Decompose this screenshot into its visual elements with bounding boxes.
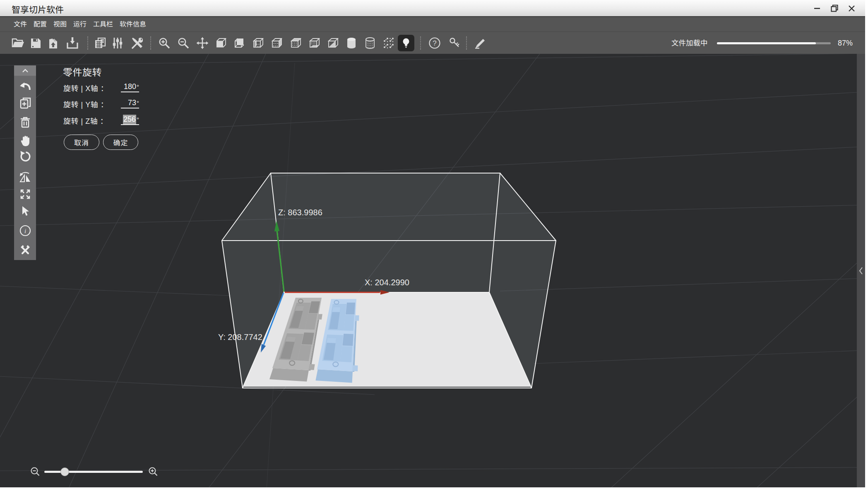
move-button[interactable] [195,35,210,51]
open-file-button[interactable] [10,35,26,51]
view-iso-icon [327,37,339,49]
rotation-panel-title: 零件旋转 [63,65,102,79]
cylinder-solid-button[interactable] [344,35,359,51]
ok-button[interactable]: 确定 [103,135,138,150]
open-folder-icon [11,37,24,49]
key-icon [448,37,460,49]
rotate-x-input[interactable]: 180° [121,82,139,92]
mirror-button[interactable] [18,170,32,184]
main-toolbar: ? 文件加载中 87% [0,31,865,54]
minimize-button[interactable] [810,2,824,14]
measure-button[interactable] [18,242,32,257]
progress-fill [717,42,816,44]
save-button[interactable] [28,35,43,51]
menu-run[interactable]: 运行 [73,17,87,31]
menu-bar: 文件 配置 视图 运行 工具栏 软件信息 [0,16,865,31]
point-cloud-button[interactable] [380,35,396,51]
view-front-button[interactable] [213,35,228,51]
cylinder-solid-icon [346,37,357,49]
side-toolbar-collapse[interactable] [14,65,36,76]
view-left-icon [252,37,264,49]
menu-about[interactable]: 软件信息 [120,17,146,31]
help-button[interactable]: ? [427,35,442,51]
zoom-slider-thumb[interactable] [60,467,69,476]
restore-icon [830,4,839,12]
svg-text:i: i [24,228,26,234]
sliders-icon [112,37,123,49]
light-toggle-button[interactable] [398,35,414,51]
light-icon [401,37,411,49]
side-toolbar: i [14,65,36,260]
rotate-y-input[interactable]: 73° [121,98,139,108]
zoom-slider-track[interactable] [44,471,143,473]
toolbar-separator-1 [87,36,88,50]
settings-button[interactable] [110,35,125,51]
zoom-out-icon [177,37,190,49]
load-tray-icon [66,37,79,49]
z-axis-label: Z: 863.9986 [278,208,322,217]
fit-view-button[interactable] [18,187,32,201]
menu-toolbar[interactable]: 工具栏 [93,17,113,31]
menu-file[interactable]: 文件 [14,17,27,31]
import-button[interactable] [45,35,61,51]
help-icon: ? [428,37,441,49]
restore-button[interactable] [828,2,841,14]
rotate-x-unit: ° [137,83,139,90]
zoom-out-button[interactable] [176,35,191,51]
progress-label: 文件加载中 [671,32,708,54]
rotate-button[interactable] [18,149,32,164]
wrench-tools-icon [130,37,143,49]
delete-button[interactable] [18,115,32,129]
rotate-x-row: 旋转 | X轴 ： 180° [63,82,108,94]
progress-bar [717,42,831,44]
zoom-in-icon [158,37,171,49]
hand-icon [19,135,31,147]
cancel-button[interactable]: 取消 [64,135,99,150]
rotate-x-value: 180 [124,82,136,91]
point-cloud-icon [382,37,394,49]
measure-tools-icon [19,244,31,255]
view-bottom-button[interactable] [306,35,322,51]
right-panel-collapse-strip[interactable] [857,54,865,487]
viewport-zoom-in-button[interactable] [148,466,159,477]
copy-sheet-icon [94,37,106,49]
progress-percent: 87% [838,32,853,54]
tools-button[interactable] [129,35,144,51]
license-button[interactable] [446,35,462,51]
expand-icon [19,188,31,200]
zoom-in-icon [148,467,158,477]
annotate-button[interactable] [472,35,488,51]
info-icon: i [19,225,31,236]
minimize-icon [814,5,820,12]
menu-config[interactable]: 配置 [34,17,47,31]
pan-button[interactable] [18,133,32,148]
view-back-button[interactable] [231,35,247,51]
view-iso-button[interactable] [325,35,341,51]
rotate-y-row: 旋转 | Y轴 ： 73° [63,98,108,110]
copy-button[interactable] [92,35,108,51]
view-left-button[interactable] [250,35,266,51]
select-button[interactable] [18,204,32,218]
view-back-icon [233,37,245,49]
view-right-button[interactable] [269,35,284,51]
rotate-y-unit: ° [137,99,139,106]
load-button[interactable] [65,35,80,51]
toolbar-separator-2 [150,36,151,50]
menu-view[interactable]: 视图 [53,17,67,31]
undo-button[interactable] [18,79,32,94]
view-top-button[interactable] [288,35,303,51]
save-icon [30,38,41,49]
add-model-button[interactable] [18,96,32,110]
viewport-zoom-out-button[interactable] [30,466,41,477]
close-button[interactable] [845,2,858,14]
move-icon [196,37,209,49]
app-window: 智享切片软件 文件 配置 视图 运行 工具栏 软件信息 [0,0,865,487]
rotate-ccw-icon [19,151,31,162]
rotate-z-input[interactable]: 256° [121,115,139,125]
rotate-z-label: 旋转 | Z轴 ： [63,115,108,126]
cylinder-wireframe-button[interactable] [362,35,378,51]
close-icon [848,5,855,12]
rotate-y-value: 73 [128,99,136,107]
zoom-in-button[interactable] [156,35,172,51]
info-button[interactable]: i [18,223,32,238]
